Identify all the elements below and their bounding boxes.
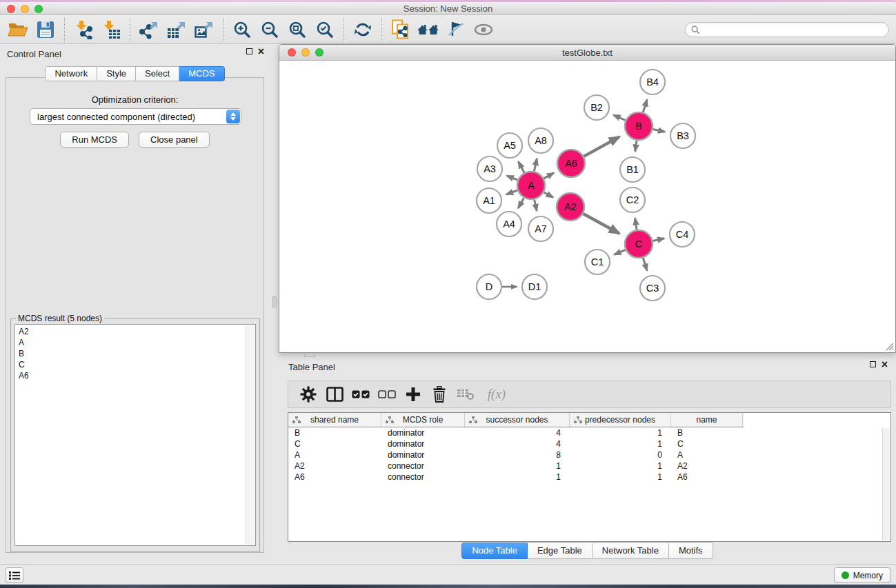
close-panel-icon[interactable]: ×: [258, 48, 264, 54]
graph-edge[interactable]: [544, 192, 552, 197]
table-cell[interactable]: 1: [465, 460, 570, 472]
zoom-fit-button[interactable]: [283, 17, 311, 42]
graph-edge[interactable]: [653, 239, 664, 241]
graph-edge[interactable]: [535, 199, 537, 211]
graph-edge[interactable]: [507, 176, 518, 180]
save-session-button[interactable]: [32, 17, 59, 42]
show-all-button[interactable]: [470, 17, 497, 42]
table-cell[interactable]: 1: [570, 438, 671, 449]
refresh-view-button[interactable]: [349, 17, 377, 42]
tab-network[interactable]: Network: [45, 66, 97, 81]
table-cell[interactable]: dominator: [381, 438, 465, 449]
table-cell[interactable]: dominator: [381, 427, 465, 438]
zoom-selected-button[interactable]: [311, 17, 339, 42]
column-header-mcds-role[interactable]: MCDS role: [381, 413, 465, 427]
graph-edge[interactable]: [653, 129, 665, 132]
search-field[interactable]: [685, 22, 889, 37]
table-settings-button[interactable]: [295, 383, 321, 406]
list-item[interactable]: C: [19, 359, 255, 370]
graph-edge[interactable]: [643, 99, 647, 112]
graph-edge[interactable]: [584, 136, 619, 156]
float-panel-icon[interactable]: [246, 48, 252, 54]
search-input[interactable]: [704, 25, 883, 34]
table-cell[interactable]: connector: [381, 460, 465, 472]
show-columns-button[interactable]: [321, 383, 348, 406]
table-cell[interactable]: 4: [465, 427, 570, 438]
list-item[interactable]: A6: [19, 370, 255, 381]
graph-edge[interactable]: [635, 141, 637, 152]
table-cell[interactable]: A2: [288, 460, 381, 472]
graph-edge[interactable]: [544, 173, 554, 179]
table-row[interactable]: Bdominator41B: [288, 427, 890, 438]
export-table-button[interactable]: [163, 17, 190, 42]
tab-node-table[interactable]: Node Table: [461, 543, 528, 559]
table-row[interactable]: Adominator80A: [288, 449, 890, 460]
task-history-button[interactable]: [6, 567, 23, 583]
table-cell[interactable]: dominator: [381, 449, 465, 460]
window-titlebar[interactable]: Session: New Session: [0, 2, 896, 15]
graph-edge[interactable]: [643, 258, 647, 271]
zoom-out-button[interactable]: [256, 17, 283, 42]
graph-edge[interactable]: [614, 250, 625, 254]
close-panel-button[interactable]: Close panel: [139, 132, 210, 148]
table-scrollbar[interactable]: [882, 428, 890, 540]
deselect-all-columns-button[interactable]: [374, 383, 400, 406]
network-canvas[interactable]: B4B2BB3B1A5A8A6A3AA1A2C2A4A7C4CC1C3DD1: [279, 61, 895, 352]
list-item[interactable]: A2: [19, 326, 255, 337]
graph-edge[interactable]: [519, 161, 525, 172]
table-cell[interactable]: A6: [288, 472, 381, 483]
function-builder-button[interactable]: f(x): [479, 383, 515, 406]
column-header-shared-name[interactable]: shared name: [288, 413, 381, 427]
open-session-button[interactable]: [4, 17, 32, 42]
table-cell[interactable]: C: [288, 438, 381, 449]
table-cell[interactable]: connector: [381, 472, 465, 483]
network-window-titlebar[interactable]: testGlobe.txt: [279, 45, 895, 61]
list-item[interactable]: B: [19, 348, 255, 359]
select-all-columns-button[interactable]: [348, 383, 374, 406]
tab-motifs[interactable]: Motifs: [669, 543, 713, 559]
tab-edge-table[interactable]: Edge Table: [528, 543, 593, 559]
column-header-name[interactable]: name: [671, 413, 743, 427]
zoom-in-button[interactable]: [228, 17, 256, 42]
table-cell[interactable]: 1: [570, 472, 671, 483]
graph-edge[interactable]: [506, 190, 517, 194]
table-cell[interactable]: A6: [671, 472, 743, 483]
vertical-splitter-handle[interactable]: [272, 296, 277, 307]
column-header-predecessor-nodes[interactable]: predecessor nodes: [570, 413, 671, 427]
tab-select[interactable]: Select: [136, 66, 179, 81]
home-view-button[interactable]: [415, 17, 442, 42]
tab-mcds[interactable]: MCDS: [179, 66, 224, 81]
new-network-from-selection-button[interactable]: [387, 17, 415, 42]
table-cell[interactable]: A: [288, 449, 381, 460]
table-cell[interactable]: 1: [570, 460, 671, 472]
table-cell[interactable]: 0: [570, 449, 671, 460]
delete-table-button[interactable]: [452, 383, 479, 406]
float-panel-icon[interactable]: [870, 361, 876, 367]
resize-grip-icon[interactable]: [884, 341, 894, 351]
table-row[interactable]: Cdominator41C: [288, 438, 890, 449]
graph-edge[interactable]: [613, 115, 625, 121]
list-item[interactable]: A: [19, 337, 255, 348]
table-cell[interactable]: 1: [465, 472, 570, 483]
table-cell[interactable]: 1: [570, 427, 671, 438]
add-column-button[interactable]: [400, 383, 426, 406]
table-cell[interactable]: C: [671, 438, 743, 449]
delete-columns-button[interactable]: [426, 383, 452, 406]
graph-edge[interactable]: [518, 198, 524, 208]
table-cell[interactable]: A: [671, 449, 743, 460]
run-mcds-button[interactable]: Run MCDS: [60, 132, 129, 148]
table-row[interactable]: A6connector11A6: [288, 472, 890, 483]
table-cell[interactable]: 8: [465, 449, 570, 460]
graph-edge[interactable]: [534, 159, 537, 171]
export-image-button[interactable]: [190, 17, 218, 42]
import-network-button[interactable]: [70, 17, 97, 42]
hide-selected-button[interactable]: [442, 17, 470, 42]
import-table-button[interactable]: [97, 17, 125, 42]
memory-button[interactable]: Memory: [834, 567, 890, 583]
table-cell[interactable]: B: [288, 427, 381, 438]
tab-network-table[interactable]: Network Table: [593, 543, 669, 559]
tab-style[interactable]: Style: [97, 66, 136, 81]
criterion-select[interactable]: largest connected component (directed): [30, 108, 241, 125]
table-row[interactable]: A2connector11A2: [288, 460, 890, 472]
table-cell[interactable]: 4: [465, 438, 570, 449]
